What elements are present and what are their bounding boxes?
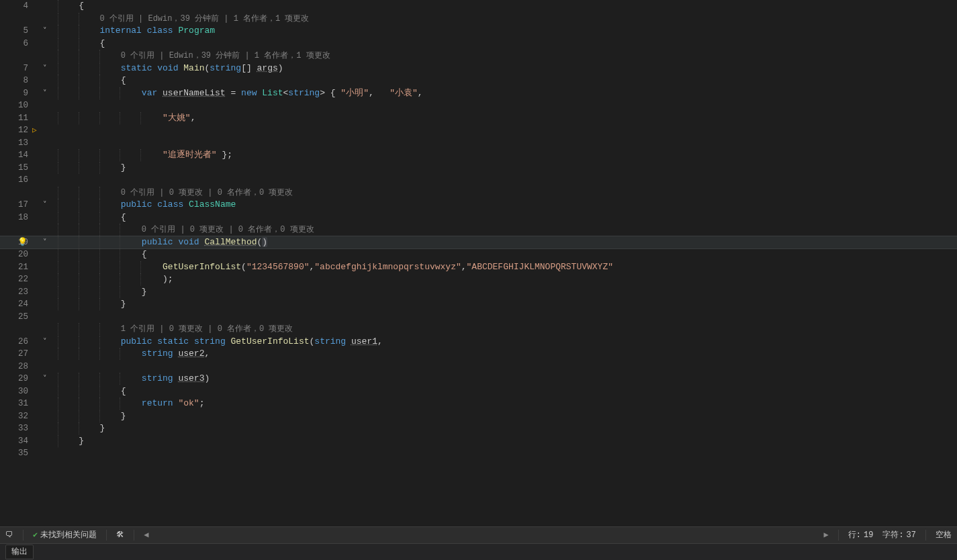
code-line-content[interactable]: } [56, 435, 957, 447]
code-line-content[interactable]: return "ok"; [56, 398, 957, 410]
line-number[interactable]: 30 [0, 385, 32, 398]
indent-mode[interactable]: 空格 [936, 529, 952, 541]
code-line[interactable]: 7˅ static void Main(string[] args) [0, 62, 957, 75]
line-number[interactable]: 21 [0, 261, 32, 273]
code-line[interactable]: 23 } [0, 286, 957, 299]
code-line[interactable]: 29˅ string user3) [0, 373, 957, 385]
fold-toggle[interactable]: ˅ [39, 373, 51, 385]
code-lens-row[interactable]: 0 个引用 | 0 项更改 | 0 名作者，0 项更改 [0, 187, 957, 199]
code-line-content[interactable]: ); [56, 273, 957, 285]
line-number[interactable]: 4 [0, 0, 32, 12]
caret-char[interactable]: 字符: 37 [882, 529, 916, 541]
code-lens-text[interactable]: 0 个引用 | 0 项更改 | 0 名作者，0 项更改 [56, 224, 957, 236]
code-line-content[interactable]: public static string GetUserInfoList(str… [56, 336, 957, 348]
code-line[interactable]: 17˅ public class ClassName [0, 199, 957, 212]
fold-toggle[interactable]: ˅ [39, 87, 51, 99]
fold-toggle[interactable]: ˅ [39, 62, 51, 75]
code-line[interactable]: 10 [0, 99, 957, 112]
line-number[interactable]: 20 [0, 248, 32, 261]
line-number[interactable]: 17 [0, 199, 32, 211]
line-number[interactable]: 33 [0, 422, 32, 434]
line-number[interactable]: 34 [0, 435, 32, 447]
line-number[interactable]: 32 [0, 410, 32, 422]
code-line-content[interactable]: { [56, 75, 957, 87]
line-number[interactable]: 6 [0, 38, 32, 50]
code-line-content[interactable]: "追逐时光者" }; [56, 149, 957, 161]
caret-line[interactable]: 行: 19 [848, 529, 874, 541]
fold-toggle[interactable]: ˅ [39, 236, 51, 248]
code-line-content[interactable]: string user2, [56, 348, 957, 360]
code-line-content[interactable]: { [56, 0, 957, 12]
code-line-content[interactable]: internal class Program [56, 25, 957, 37]
code-line[interactable]: 18 { [0, 212, 957, 224]
code-line[interactable]: 28 [0, 361, 957, 373]
code-line-content[interactable]: public void CallMethod() [56, 236, 957, 248]
line-number[interactable]: 35 [0, 447, 32, 459]
code-line-content[interactable]: } [56, 410, 957, 422]
code-line-content[interactable]: { [56, 212, 957, 224]
fold-toggle[interactable]: ˅ [39, 336, 51, 348]
issues-indicator[interactable]: ✔ 未找到相关问题 [33, 529, 97, 541]
nav-forward-icon[interactable]: ▶ [824, 529, 829, 541]
code-lens-row[interactable]: 1 个引用 | 0 项更改 | 0 名作者，0 项更改 [0, 323, 957, 336]
code-line[interactable]: 21 GetUserInfoList("1234567890","abcdefg… [0, 261, 957, 274]
code-line[interactable]: 22 ); [0, 273, 957, 286]
code-line[interactable]: 6 { [0, 38, 957, 50]
code-line[interactable]: 13 [0, 137, 957, 150]
line-number[interactable]: 5 [0, 25, 32, 37]
code-lens-row[interactable]: 0 个引用 | 0 项更改 | 0 名作者，0 项更改 [0, 224, 957, 236]
line-number[interactable]: 18 [0, 212, 32, 224]
code-line-content[interactable]: public class ClassName [56, 199, 957, 211]
lightbulb-icon[interactable]: 💡 [17, 236, 28, 248]
line-number[interactable]: 24 [0, 298, 32, 310]
code-line[interactable]: 4 { [0, 0, 957, 13]
line-number[interactable]: 16 [0, 174, 32, 186]
line-number[interactable]: 10 [0, 99, 32, 111]
code-lens-text[interactable]: 0 个引用 | Edwin，39 分钟前 | 1 名作者，1 项更改 [56, 50, 957, 62]
code-line-content[interactable]: } [56, 162, 957, 174]
code-line[interactable]: 32 } [0, 410, 957, 423]
line-number[interactable]: 26 [0, 336, 32, 348]
code-line[interactable]: 35 [0, 447, 957, 460]
code-line-content[interactable]: } [56, 286, 957, 298]
code-line-content[interactable]: static void Main(string[] args) [56, 62, 957, 75]
code-line[interactable]: 26˅ public static string GetUserInfoList… [0, 336, 957, 348]
code-lens-row[interactable]: 0 个引用 | Edwin，39 分钟前 | 1 名作者，1 项更改 [0, 13, 957, 26]
line-number[interactable]: 22 [0, 273, 32, 285]
code-line[interactable]: 16 [0, 174, 957, 187]
code-line[interactable]: 14 "追逐时光者" }; [0, 149, 957, 162]
code-line-content[interactable]: } [56, 298, 957, 310]
code-line[interactable]: 33 } [0, 422, 957, 435]
code-line-content[interactable]: { [56, 38, 957, 50]
line-number[interactable]: 14 [0, 149, 32, 161]
code-lens-row[interactable]: 0 个引用 | Edwin，39 分钟前 | 1 名作者，1 项更改 [0, 50, 957, 62]
line-number[interactable]: 13 [0, 137, 32, 149]
code-line[interactable]: 25 [0, 311, 957, 324]
code-area[interactable]: 4 { 0 个引用 | Edwin，39 分钟前 | 1 名作者，1 项更改5˅… [0, 0, 957, 526]
code-line[interactable]: 5˅ internal class Program [0, 25, 957, 38]
code-line-content[interactable]: { [56, 248, 957, 261]
line-number[interactable]: 7 [0, 62, 32, 75]
code-lens-text[interactable]: 0 个引用 | 0 项更改 | 0 名作者，0 项更改 [56, 187, 957, 199]
code-line[interactable]: 8 { [0, 75, 957, 87]
line-number[interactable]: 11 [0, 112, 32, 124]
code-line[interactable]: 19💡˅ public void CallMethod() [0, 236, 957, 249]
line-number[interactable]: 27 [0, 348, 32, 360]
feedback-icon[interactable]: 🗨 [5, 529, 13, 541]
line-number[interactable]: 28 [0, 361, 32, 373]
nav-back-icon[interactable]: ◀ [144, 529, 148, 541]
code-line-content[interactable]: "大姚", [56, 112, 957, 124]
code-line[interactable]: 30 { [0, 385, 957, 398]
code-line[interactable]: 9˅ var userNameList = new List<string> {… [0, 87, 957, 100]
code-lens-text[interactable]: 0 个引用 | Edwin，39 分钟前 | 1 名作者，1 项更改 [56, 13, 957, 25]
breakpoint-indicator-icon[interactable]: ▷ [32, 124, 37, 136]
output-tab[interactable]: 输出 [5, 545, 34, 559]
code-line-content[interactable]: { [56, 385, 957, 398]
code-line[interactable]: 24 } [0, 298, 957, 311]
line-number[interactable]: 25 [0, 311, 32, 323]
code-line[interactable]: 20 { [0, 248, 957, 261]
fold-toggle[interactable]: ˅ [39, 25, 51, 37]
fold-toggle[interactable]: ˅ [39, 199, 51, 211]
line-number[interactable]: 31 [0, 398, 32, 410]
line-number[interactable]: 29 [0, 373, 32, 385]
